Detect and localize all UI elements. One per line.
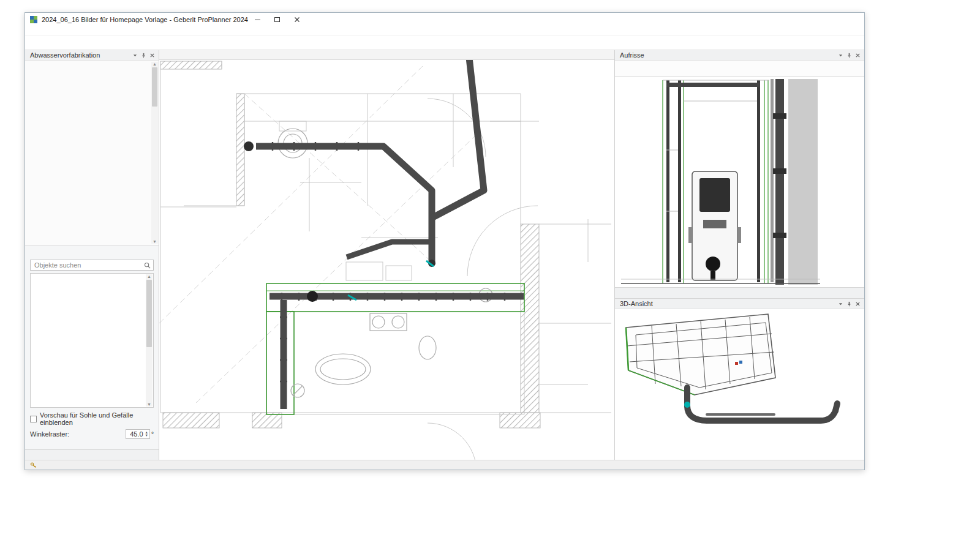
3d-panel-header: 3D-Ansicht	[615, 299, 864, 309]
aufrisse-panel-header: Aufrisse	[615, 50, 864, 61]
scroll-thumb[interactable]	[152, 67, 157, 107]
chevron-down-icon[interactable]	[836, 51, 845, 59]
close-button[interactable]	[287, 13, 307, 26]
search-input[interactable]	[33, 261, 144, 269]
aufriss-tabs	[615, 61, 864, 77]
workspace: Abwasservorfabrikation ▲ ▼	[25, 50, 864, 460]
document-tabs	[159, 50, 614, 60]
winkelraster-stepper[interactable]: 45.0 ▲▼	[126, 429, 150, 439]
preview-option[interactable]: Vorschau für Sohle und Gefälle einblende…	[30, 411, 154, 426]
scroll-down-icon[interactable]: ▼	[147, 402, 151, 407]
pin-icon[interactable]	[845, 300, 853, 308]
right-dock: Aufrisse	[614, 50, 864, 460]
right-dock-tab-strip	[615, 287, 864, 299]
toolbar	[25, 36, 864, 50]
winkelraster-label: Winkelraster:	[30, 430, 69, 438]
parts-scrollbar[interactable]: ▲ ▼	[146, 274, 153, 407]
pin-icon[interactable]	[845, 51, 853, 59]
minimize-button[interactable]	[248, 13, 268, 26]
elevation-view[interactable]	[615, 77, 864, 287]
window-title: 2024_06_16 Bilder für Homepage Vorlage -…	[42, 16, 248, 23]
winkelraster-value: 45.0	[130, 430, 143, 438]
title-bar[interactable]: 2024_06_16 Bilder für Homepage Vorlage -…	[25, 13, 864, 26]
tool-palette: ▲ ▼	[25, 61, 159, 246]
preview-checkbox-label: Vorschau für Sohle und Gefälle einblende…	[40, 411, 154, 426]
floor-plan-drawing	[159, 60, 614, 460]
pin-icon[interactable]	[139, 51, 148, 59]
preview-checkbox[interactable]	[30, 416, 37, 422]
chevron-down-icon[interactable]	[836, 300, 845, 308]
close-icon[interactable]	[148, 51, 156, 59]
session-key-icon	[30, 462, 37, 468]
maximize-button[interactable]	[268, 13, 287, 26]
3d-drawing	[615, 309, 864, 459]
close-icon[interactable]	[853, 51, 862, 59]
status-bar	[25, 460, 864, 470]
panel-abwasservorfabrikation: Abwasservorfabrikation ▲ ▼	[25, 50, 159, 460]
scroll-up-icon[interactable]: ▲	[147, 274, 151, 279]
app-window: 2024_06_16 Bilder für Homepage Vorlage -…	[24, 12, 865, 470]
winkelraster-unit: °	[151, 431, 154, 438]
close-icon[interactable]	[853, 300, 862, 308]
parts-catalog: ▲ ▼	[30, 273, 154, 408]
drawing-canvas-area	[159, 50, 614, 460]
app-icon	[29, 15, 38, 24]
chevron-down-icon[interactable]	[130, 51, 139, 59]
scroll-thumb[interactable]	[146, 280, 152, 347]
3d-view[interactable]	[615, 309, 864, 460]
scroll-down-icon[interactable]: ▼	[153, 239, 157, 244]
tool-palette-scrollbar[interactable]: ▲ ▼	[151, 62, 158, 244]
menu-bar	[25, 26, 864, 36]
stepper-arrows-icon[interactable]: ▲▼	[145, 431, 148, 437]
aufrisse-panel-title: Aufrisse	[620, 51, 836, 59]
left-panel-tabs	[25, 246, 159, 257]
left-dock-tab-strip	[25, 449, 159, 460]
elevation-drawing	[615, 77, 864, 287]
scroll-up-icon[interactable]: ▲	[153, 62, 157, 66]
winkelraster-row: Winkelraster: 45.0 ▲▼ °	[30, 429, 154, 439]
floor-plan-canvas[interactable]	[159, 60, 614, 460]
left-panel-title: Abwasservorfabrikation	[30, 51, 130, 59]
3d-panel-title: 3D-Ansicht	[620, 300, 836, 307]
object-search[interactable]	[30, 260, 154, 271]
left-panel-header: Abwasservorfabrikation	[25, 50, 159, 61]
search-icon	[144, 262, 151, 269]
